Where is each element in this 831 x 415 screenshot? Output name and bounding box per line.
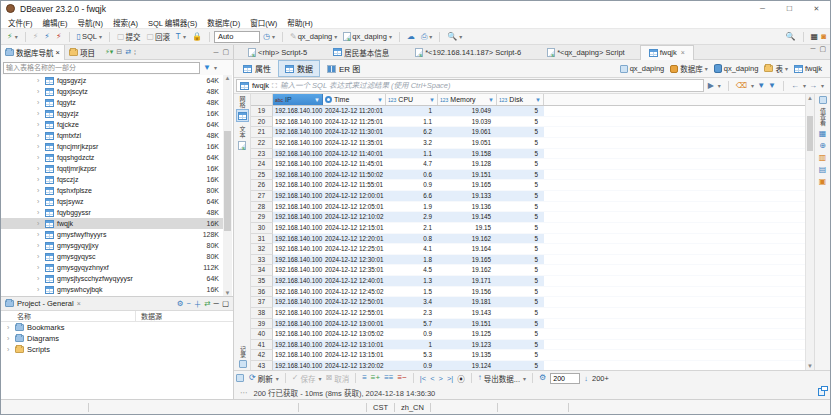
grid-row[interactable]: 23 192.168.140.100 2024-12-12 11:40:01 1… [251,149,805,160]
grouping-panel-icon[interactable]: ▤ [818,165,828,174]
edit-row-icon[interactable]: ≡ [360,373,369,383]
grid-row[interactable]: 28 192.168.140.100 2024-12-12 12:05:01 1… [251,202,805,213]
grid-row[interactable]: 42 192.168.140.100 2024-12-12 13:15:01 5… [251,350,805,361]
tab-projects[interactable]: 项目 [65,45,99,60]
menu-item[interactable]: 数据库(D) [202,17,245,28]
corner-header-cell[interactable] [251,94,273,105]
invalidate-button[interactable]: ⚡ [53,32,65,42]
goto-row-icon[interactable]: ⦿ [455,373,467,384]
perspective-icon[interactable]: ▦ [811,32,819,42]
expand-arrow-icon[interactable]: › [37,220,45,227]
new-connection-button[interactable]: ⚡▾ [4,32,21,42]
nav-collapse-all-icon[interactable]: ⊟ [116,48,122,56]
expand-arrow-icon[interactable]: › [7,324,15,331]
table-tree-item[interactable]: › gmysfwyfhyyyrs 128K [1,229,223,240]
chart-panel-icon[interactable]: ▥ [818,153,828,162]
references-panel-icon[interactable]: ▣ [818,177,828,186]
grid-row[interactable]: 25 192.168.140.100 2024-12-12 11:50:02 0… [251,170,805,181]
editor-tab[interactable]: fwqjk× [640,45,694,60]
grid-scrollbar[interactable]: ▲ ▼ [805,94,814,370]
table-tree-item[interactable]: › gmysgyqyjjxy 80K [1,240,223,251]
table-tree-item[interactable]: › gmyswhcyjbqk 16K [1,284,223,295]
text-presentation-toggle[interactable]: 文本 [236,126,249,152]
expand-arrow-icon[interactable]: › [37,198,45,205]
quick-search-icon[interactable]: 🔍 [786,32,796,42]
nav-link-icon[interactable]: ⇄ [125,48,131,56]
dbeaver-perspective-icon[interactable]: ◙ [821,32,826,42]
table-tree-item[interactable]: › fqgyzjz 16K [1,108,223,119]
grid-row[interactable]: 38 192.168.140.100 2024-12-12 12:55:01 2… [251,308,805,319]
transaction-log-button[interactable]: ◷▾ [260,32,278,42]
nav-menu-icon[interactable]: ⁞ [134,49,136,56]
cancel-button[interactable]: ⊠取消 [323,373,351,384]
grid-scroll-up-icon[interactable]: ▲ [806,95,814,101]
clipboard-icon[interactable] [818,388,825,396]
grid-row[interactable]: 41 192.168.140.100 2024-12-12 13:10:01 1… [251,340,805,351]
menu-item[interactable]: 编辑(E) [38,17,73,28]
nav-new-connection-icon[interactable]: ⚡▾ [105,48,113,56]
nav-forward-icon[interactable]: → [809,81,817,90]
disconnect-button[interactable]: ⚡ [30,32,42,42]
grid-row[interactable]: 29 192.168.140.100 2024-12-12 12:10:02 2… [251,212,805,223]
close-button[interactable]: ✕ [803,1,830,16]
settings-gear-icon[interactable]: ⚙ [537,373,548,383]
grid-scroll-down-icon[interactable]: ▼ [806,363,814,369]
fetch-all-icon[interactable]: ↓ [582,374,590,383]
nav-back-icon[interactable]: ← [791,81,799,90]
expand-arrow-icon[interactable]: › [37,242,45,249]
column-header-cpu[interactable]: 123CPU▼ [386,94,438,105]
refresh-button[interactable]: ⟳刷新▾ [247,373,281,384]
delete-row-icon[interactable]: ≡− [396,373,409,383]
grid-row[interactable]: 43 192.168.140.100 2024-12-12 13:20:02 0… [251,361,805,370]
commit-button[interactable]: ▢提交 [114,31,144,42]
grid-row[interactable]: 32 192.168.140.100 2024-12-12 12:25:01 4… [251,244,805,255]
close-navigator-tab-icon[interactable]: × [56,48,60,57]
expand-arrow-icon[interactable]: › [37,253,45,260]
menu-item[interactable]: SQL 编辑器(S) [143,17,202,28]
tab-properties[interactable]: 属性 [236,60,278,77]
table-tree-item[interactable]: › fqmtxfzl 48K [1,130,223,141]
expand-arrow-icon[interactable]: › [37,286,45,293]
menu-item[interactable]: 文件(F) [3,17,38,28]
table-tree-item[interactable]: › fqncjmrjkzpsr 16K [1,141,223,152]
project-tree-item[interactable]: › Bookmarks [1,322,233,333]
add-filter-icon[interactable]: ▼ [757,81,765,90]
breadcrumb-item[interactable]: qx_daping [712,64,761,73]
rollback-button[interactable]: ▢回滚 [144,31,174,42]
grid-row[interactable]: 20 192.168.140.100 2024-12-12 11:25:01 1… [251,117,805,128]
close-tab-icon[interactable]: × [681,49,685,56]
expand-arrow-icon[interactable]: › [37,264,45,271]
filter-funnel-icon[interactable]: ▼ [203,63,211,72]
minimize-button[interactable]: ─ [749,1,776,16]
export-data-button[interactable]: ↑导出数据...▾ [476,373,528,384]
table-tree-item[interactable]: › fqsczjz 16K [1,174,223,185]
expand-arrow-icon[interactable]: › [37,77,45,84]
grid-row[interactable]: 30 192.168.140.100 2024-12-12 12:15:01 2… [251,223,805,234]
expand-arrow-icon[interactable]: › [37,187,45,194]
table-filter-input[interactable] [3,62,200,74]
table-tree-item[interactable]: › fqqshgdzctz 64K [1,152,223,163]
scroll-up-icon[interactable]: ▲ [223,75,232,81]
nav-minimize-icon[interactable]: ─ [213,49,218,56]
table-tree-item[interactable]: › fqgytz 48K [1,97,223,108]
table-tree-item[interactable]: › fqgsgyzjz 64K [1,75,223,86]
menu-item[interactable]: 窗口(W) [245,17,282,28]
print-button[interactable]: ⎙▾ [418,32,435,42]
prev-row-icon[interactable]: < [428,374,436,383]
table-tree-item[interactable]: › fqgxjscytz 48K [1,86,223,97]
project-minimize-icon[interactable]: ─ [214,299,219,308]
filter-caret-icon[interactable]: ▾ [214,64,217,71]
grid-row[interactable]: 24 192.168.140.100 2024-12-12 11:45:01 4… [251,159,805,170]
copy-row-icon[interactable]: ≡≡ [382,373,395,383]
active-database-select[interactable]: qx_daping▾ [340,32,395,41]
calc-panel-icon[interactable]: ▦ [818,129,828,138]
grid-row[interactable]: 22 192.168.140.100 2024-12-12 11:35:01 3… [251,138,805,149]
table-tree-item[interactable]: › gmysgyqysc 80K [1,251,223,262]
editor-tab[interactable]: *<192.168.141.187> Script-6 [404,45,536,60]
table-tree-item[interactable]: › fqjckze 64K [1,119,223,130]
grid-row[interactable]: 35 192.168.140.100 2024-12-12 12:40:01 1… [251,276,805,287]
editor-minimize-icon[interactable]: ─ [810,45,815,59]
navigator-scrollbar[interactable]: ▲ ▼ [223,75,232,296]
menu-item[interactable]: 导航(N) [73,17,108,28]
project-maximize-icon[interactable]: ▢ [222,299,229,308]
